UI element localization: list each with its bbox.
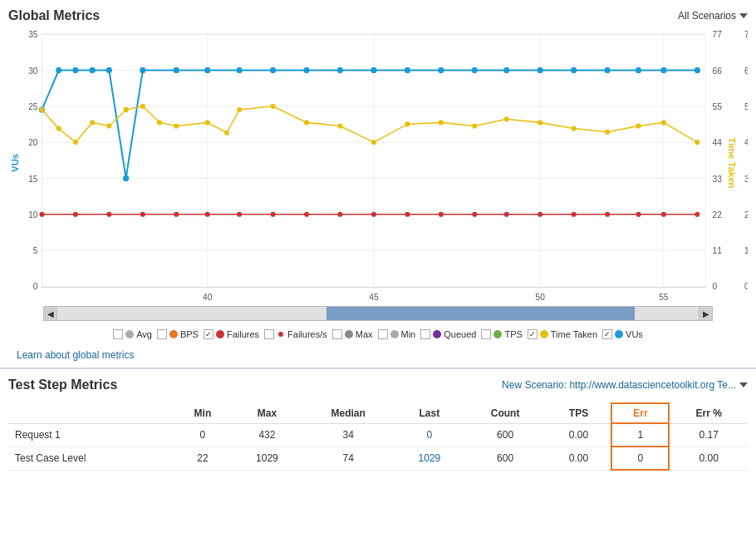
legend-checkbox-min[interactable] — [378, 329, 388, 339]
svg-text:11: 11 — [713, 246, 723, 255]
svg-text:0: 0 — [713, 282, 718, 291]
table-row: Test Case Level 22 1029 74 1029 600 0.00… — [8, 447, 748, 470]
scenario-dropdown[interactable]: All Scenarios — [678, 10, 748, 22]
svg-point-85 — [605, 67, 611, 73]
svg-point-68 — [90, 67, 96, 73]
svg-text:10: 10 — [28, 210, 38, 220]
svg-point-62 — [636, 212, 641, 217]
svg-point-97 — [174, 123, 179, 128]
row1-min: 0 — [173, 423, 233, 447]
svg-point-64 — [695, 212, 700, 217]
col-header-tps: TPS — [547, 403, 612, 423]
legend-item-bps[interactable]: BPS — [157, 329, 199, 339]
svg-text:45: 45 — [369, 293, 379, 302]
table-row: Request 1 0 432 34 0 600 0.00 1 0.17 — [8, 423, 748, 447]
svg-point-51 — [271, 212, 276, 217]
col-header-name — [8, 403, 173, 423]
svg-point-88 — [695, 67, 700, 73]
legend-checkbox-queued[interactable] — [420, 329, 430, 339]
col-header-err-pct: Err % — [669, 403, 748, 423]
svg-point-105 — [405, 121, 410, 126]
svg-text:44: 44 — [713, 138, 723, 147]
svg-point-59 — [538, 212, 542, 217]
row2-max: 1029 — [233, 447, 302, 470]
legend-label-vus: VUs — [626, 329, 643, 339]
chart-svg: 0 5 10 15 20 25 30 35 VUs 0 11 22 33 44 … — [8, 30, 748, 304]
svg-point-107 — [472, 123, 477, 128]
legend-checkbox-failures[interactable]: ✓ — [204, 329, 214, 339]
svg-text:6: 6 — [744, 67, 748, 76]
legend-item-tps[interactable]: TPS — [481, 329, 522, 339]
row2-min: 22 — [173, 447, 233, 470]
svg-text:40: 40 — [203, 293, 213, 302]
scroll-thumb[interactable] — [326, 307, 635, 320]
legend-dot-bps — [169, 330, 178, 338]
svg-text:25: 25 — [28, 102, 38, 111]
row2-err: 0 — [611, 447, 669, 470]
legend-dot-vus — [615, 330, 623, 338]
svg-text:77: 77 — [713, 30, 723, 39]
legend-checkbox-failures-s[interactable] — [264, 329, 274, 339]
row2-tps: 0.00 — [547, 447, 612, 470]
legend-dot-time-taken — [540, 330, 548, 338]
learn-link[interactable]: Learn about global metrics — [8, 346, 748, 368]
test-metrics-table: Min Max Median Last Count TPS Err Err % … — [8, 402, 748, 471]
col-header-last: Last — [395, 403, 464, 423]
svg-text:0: 0 — [744, 282, 748, 291]
legend-checkbox-time-taken[interactable]: ✓ — [528, 329, 538, 339]
table-header-row: Min Max Median Last Count TPS Err Err % — [8, 403, 748, 423]
svg-point-87 — [660, 67, 666, 73]
test-step-metrics-section: Test Step Metrics New Scenario: http://w… — [0, 369, 756, 479]
legend-label-avg: Avg — [136, 329, 152, 339]
svg-point-83 — [538, 67, 543, 73]
legend-item-min[interactable]: Min — [378, 329, 416, 339]
legend-dot-failures — [216, 330, 224, 338]
row1-name: Request 1 — [8, 423, 173, 447]
scroll-left-button[interactable]: ◀ — [44, 307, 57, 320]
legend-item-avg[interactable]: Avg — [113, 329, 152, 339]
svg-point-110 — [572, 126, 577, 131]
legend-checkbox-tps[interactable] — [481, 329, 491, 339]
svg-point-54 — [371, 212, 376, 217]
test-step-title: Test Step Metrics — [8, 378, 117, 392]
svg-point-46 — [106, 212, 111, 217]
legend-checkbox-max[interactable] — [332, 329, 342, 339]
test-scenario-dropdown[interactable]: New Scenario: http://www.datasciencetool… — [502, 379, 748, 391]
global-metrics-header: Global Metrics All Scenarios — [8, 8, 748, 23]
legend-checkbox-avg[interactable] — [113, 329, 123, 339]
global-metrics-section: Global Metrics All Scenarios — [0, 0, 756, 369]
svg-text:3: 3 — [744, 174, 748, 183]
legend-item-failures[interactable]: ✓ Failures — [204, 329, 259, 339]
svg-point-58 — [504, 212, 509, 217]
scroll-right-button[interactable]: ▶ — [699, 307, 712, 320]
svg-text:7: 7 — [744, 30, 748, 39]
row1-count: 600 — [464, 423, 547, 447]
chart-legend: Avg BPS ✓ Failures Failures/s — [8, 323, 748, 346]
svg-point-61 — [605, 212, 610, 217]
scrollbar[interactable]: ◀ ▶ — [43, 306, 713, 321]
legend-checkbox-vus[interactable]: ✓ — [602, 329, 612, 339]
legend-item-max[interactable]: Max — [332, 329, 373, 339]
legend-dot-queued — [433, 330, 441, 338]
svg-text:66: 66 — [713, 67, 723, 76]
svg-point-72 — [174, 67, 179, 73]
svg-point-70 — [123, 175, 129, 181]
svg-point-114 — [695, 140, 700, 145]
chart-container: 0 5 10 15 20 25 30 35 VUs 0 11 22 33 44 … — [8, 30, 748, 304]
svg-point-94 — [124, 107, 129, 112]
row1-max: 432 — [233, 423, 302, 447]
svg-point-101 — [271, 104, 276, 109]
svg-point-45 — [73, 212, 78, 217]
test-step-header: Test Step Metrics New Scenario: http://w… — [8, 378, 748, 392]
legend-item-failures-s[interactable]: Failures/s — [264, 329, 327, 339]
legend-item-queued[interactable]: Queued — [420, 329, 476, 339]
legend-item-vus[interactable]: ✓ VUs — [602, 329, 643, 339]
svg-text:Time Taken: Time Taken — [727, 137, 737, 188]
svg-text:50: 50 — [536, 293, 546, 302]
svg-point-104 — [371, 140, 376, 145]
legend-item-time-taken[interactable]: ✓ Time Taken — [528, 329, 597, 339]
legend-checkbox-bps[interactable] — [157, 329, 167, 339]
svg-point-56 — [439, 212, 444, 217]
svg-point-69 — [106, 67, 112, 73]
svg-point-75 — [270, 67, 276, 73]
